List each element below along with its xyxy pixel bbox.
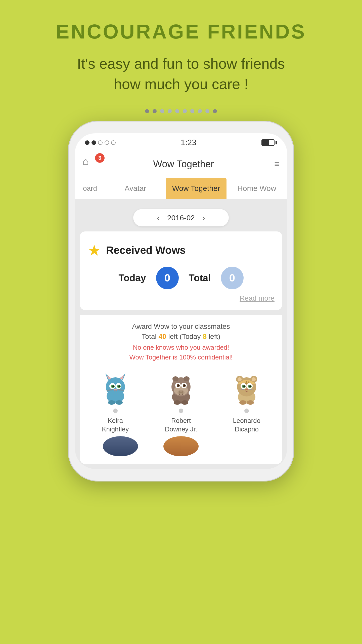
award-header: Award Wow to your classmates [85,323,277,331]
read-more-link[interactable]: Read more [240,294,275,302]
avatar-robert-name: Robert Downey Jr. [165,417,197,434]
battery-indicator [261,139,277,146]
date-navigation: ‹ 2016-02 › [133,209,229,226]
signal-area [85,140,116,145]
svg-point-31 [177,390,185,395]
signal-dot-1 [85,140,89,145]
home-icon: ⌂ [82,155,89,167]
svg-line-14 [107,390,113,390]
bottom-avatar-1 [103,436,138,456]
read-more-row: Read more [87,294,275,302]
slide-dots [68,109,294,113]
slide-dot-10[interactable] [213,109,217,113]
avatar-leonardo-svg [229,370,264,405]
svg-point-34 [174,400,181,405]
wows-counts: Today 0 Total 0 [87,267,275,289]
svg-point-51 [239,400,246,405]
classmate-leonardo[interactable]: Leonardo Dicaprio [216,370,277,434]
bottom-avatar-2 [163,436,199,456]
signal-dot-3 [98,140,103,145]
slide-dot-6[interactable] [183,109,187,113]
avatar-keira-dot [113,409,118,413]
avatar-robert-dot [179,409,183,413]
total-left-count: 40 [159,333,166,340]
slide-dot-9[interactable] [205,109,209,113]
svg-point-52 [247,400,254,405]
battery-tip [276,141,277,144]
total-label: Total [189,273,211,284]
signal-dot-4 [105,140,109,145]
menu-icon[interactable]: ≡ [264,159,280,169]
status-bar: 1:23 [75,133,287,150]
svg-point-10 [112,385,114,387]
phone-screen: 1:23 ⌂ 3 Wow Together ≡ [75,133,287,469]
svg-point-29 [178,385,179,386]
tab-wow-together[interactable]: Wow Together [166,178,226,199]
wows-header: ★ Received Wows [87,242,275,259]
award-section: Award Wow to your classmates Total 40 le… [80,315,282,464]
svg-point-18 [116,400,123,405]
avatar-leonardo-name: Leonardo Dicaprio [233,417,260,434]
status-time: 1:23 [181,138,196,147]
today-count-bubble: 0 [156,267,179,289]
slide-dot-2[interactable] [153,109,157,113]
battery-fill [262,140,269,145]
phone-outer: 1:23 ⌂ 3 Wow Together ≡ [68,121,294,481]
classmates-grid: Keira Knightley [85,370,277,434]
bottom-avatars-row [85,434,277,456]
svg-point-11 [118,385,120,387]
svg-point-33 [181,391,183,394]
svg-point-41 [252,377,256,381]
battery-body [261,139,275,146]
slide-dot-3[interactable] [160,109,164,113]
svg-line-16 [118,390,124,390]
star-icon: ★ [87,242,101,259]
avatar-robert-svg [163,370,199,405]
received-wows-card: ★ Received Wows Today 0 Total 0 [80,231,282,310]
signal-dot-5 [111,140,116,145]
home-button[interactable]: ⌂ 3 [82,155,103,173]
slide-dot-5[interactable] [175,109,179,113]
tab-dashboard[interactable]: oard [75,178,105,198]
svg-point-40 [238,377,242,381]
total-count-bubble: 0 [221,267,244,289]
current-date: 2016-02 [167,214,195,222]
page-subtitle: It's easy and fun to show friends how mu… [10,53,352,94]
slide-dot-1[interactable] [145,109,149,113]
svg-point-46 [243,385,245,387]
svg-point-47 [249,385,251,387]
svg-point-35 [181,400,188,405]
svg-point-17 [108,400,115,405]
prev-date-button[interactable]: ‹ [157,213,160,222]
svg-point-30 [184,385,185,386]
svg-point-1 [106,377,125,396]
svg-point-22 [184,376,190,381]
top-section: ENCOURAGE FRIENDS It's easy and fun to s… [0,0,362,109]
svg-point-48 [245,389,248,390]
tabs-row: oard Avatar Wow Together Home Wow [75,178,287,199]
app-header: ⌂ 3 Wow Together ≡ [75,150,287,178]
page-title: ENCOURAGE FRIENDS [10,20,352,43]
slide-dot-8[interactable] [198,109,202,113]
svg-point-32 [179,391,181,394]
next-date-button[interactable]: › [202,213,205,222]
wows-title: Received Wows [106,244,186,256]
avatar-leonardo-dot [244,409,249,413]
avatar-keira-name: Keira Knightley [102,417,129,434]
slide-dot-4[interactable] [168,109,172,113]
tab-avatar[interactable]: Avatar [105,178,166,199]
today-label: Today [118,273,146,284]
confidential-notice: No one knows who you awarded! Wow Togeth… [85,343,277,362]
svg-point-12 [114,389,117,390]
phone-mockup: 1:23 ⌂ 3 Wow Together ≡ [68,109,294,481]
today-left-count: 8 [203,333,207,340]
app-title: Wow Together [103,159,264,170]
svg-point-21 [172,376,178,381]
avatar-keira-svg [98,370,133,405]
classmate-robert[interactable]: Robert Downey Jr. [151,370,211,434]
classmate-keira[interactable]: Keira Knightley [85,370,146,434]
main-content: ‹ 2016-02 › ★ Received Wows Today 0 [75,199,287,469]
slide-dot-7[interactable] [190,109,194,113]
award-totals: Total 40 left (Today 8 left) [85,333,277,341]
tab-home-wow[interactable]: Home Wow [227,178,287,199]
